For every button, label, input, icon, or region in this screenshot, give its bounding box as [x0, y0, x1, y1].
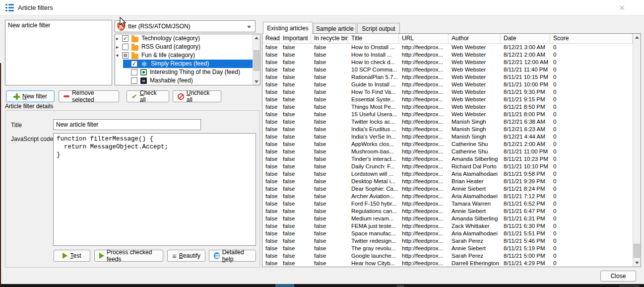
table-cell: 8/12/21 6:38 AM — [501, 118, 550, 126]
table-cell: false — [280, 178, 311, 185]
table-row[interactable]: falsefalsefalseFord F-150 hybr...http://… — [262, 200, 633, 208]
detailed-help-label: Detailed help — [222, 249, 251, 263]
detailed-help-button[interactable]: Detailed help — [209, 250, 256, 262]
table-row[interactable]: falsefalsefalseHow To Find Va...http://f… — [262, 88, 633, 96]
tree-item[interactable]: ▾Fun & life (category) — [115, 51, 253, 60]
table-cell: false — [311, 118, 348, 126]
table-scrollbar-thumb[interactable] — [634, 244, 640, 258]
beautify-button[interactable]: ≡ Beautify — [167, 250, 205, 262]
table-row[interactable]: falsefalsefalseHear how Cityb...http://f… — [262, 260, 633, 267]
table-row[interactable]: falsefalsefalse10 SCP Comma...http://fee… — [262, 66, 633, 73]
feeds-tree: ▸✓Technology (category)▸RSS Guard (categ… — [115, 34, 253, 85]
table-row[interactable]: falsefalsefalseTwitter redesign...http:/… — [262, 237, 633, 245]
table-row[interactable]: falsefalsefalseArcher Aviation...http://… — [262, 193, 633, 200]
column-header-score[interactable]: Score — [550, 34, 633, 43]
process-checked-feeds-button[interactable]: Process checked feeds — [94, 250, 163, 262]
table-scrollbar[interactable] — [633, 34, 641, 267]
table-row[interactable]: falsefalsefalseMushroom-bas...http://fee… — [262, 148, 633, 155]
table-row[interactable]: falsefalsefalseTinder's interact...http:… — [262, 155, 633, 163]
test-button[interactable]: Test — [54, 250, 90, 262]
tree-item[interactable]: ▸✓Technology (category) — [115, 34, 253, 43]
table-cell: false — [311, 96, 348, 103]
column-header-url[interactable]: URL — [399, 34, 449, 43]
column-header-in-recycle-bin[interactable]: In recycle bin — [311, 34, 348, 43]
remove-selected-button[interactable]: Remove selected — [59, 90, 119, 102]
table-row[interactable]: falsefalsefalseThe gray revolu...http://… — [262, 245, 633, 252]
table-cell: Twitter redesign... — [348, 237, 399, 245]
article-filters-list-icon — [5, 3, 14, 12]
tree-item[interactable]: мMashable (feed) — [115, 76, 253, 85]
expander-collapsed-icon[interactable]: ▸ — [116, 34, 122, 43]
js-code-editor[interactable]: function filterMessage() { return Messag… — [53, 133, 256, 246]
table-cell: false — [311, 111, 348, 118]
table-row[interactable]: falsefalsefalseLordstown will ...http://… — [262, 170, 633, 178]
table-row[interactable]: falsefalsefalseDear Sophie: Ca...http://… — [262, 185, 633, 193]
scroll-down-icon[interactable] — [633, 259, 641, 267]
tab-sample-article[interactable]: Sample article — [314, 23, 356, 34]
column-header-read[interactable]: Read — [262, 34, 280, 43]
table-cell: false — [311, 163, 348, 170]
tree-checkbox[interactable]: ✓ — [122, 35, 129, 42]
scroll-up-icon[interactable] — [253, 34, 260, 41]
table-row[interactable]: falsefalsefalseFEMA just teste...http://… — [262, 222, 633, 230]
table-row[interactable]: falsefalsefalseMedium revam...http://fee… — [262, 215, 633, 222]
table-cell: Essential Syste... — [348, 96, 399, 103]
table-row[interactable]: falsefalsefalseThings Most Pe...http://f… — [262, 103, 633, 111]
test-label: Test — [70, 252, 81, 259]
expander-expanded-icon[interactable]: ▾ — [116, 51, 122, 60]
tree-checkbox[interactable] — [122, 44, 129, 50]
tree-scrollbar-thumb[interactable] — [254, 50, 259, 71]
play-icon — [99, 253, 104, 259]
filters-list[interactable]: New article filter — [5, 20, 112, 85]
uncheck-all-button[interactable]: Uncheck all — [173, 90, 221, 102]
table-cell: Medium revam... — [348, 215, 399, 222]
table-row[interactable]: falsefalsefalseHow to check d...http://f… — [262, 59, 633, 66]
filter-list-item[interactable]: New article filter — [5, 20, 112, 31]
tree-checkbox[interactable] — [131, 69, 137, 75]
table-row[interactable]: falsefalsefalseDaily Crunch: F...http://… — [262, 163, 633, 170]
combobox-dropdown-arrow-icon[interactable] — [247, 26, 251, 28]
table-cell: 0 — [550, 230, 633, 237]
window-close-icon[interactable]: ✕ — [619, 3, 625, 12]
close-button[interactable]: Close — [600, 271, 636, 282]
table-row[interactable]: falsefalsefalseHow to Install ...http://… — [262, 51, 633, 59]
table-row[interactable]: falsefalsefalseSpace manufac...http://fe… — [262, 230, 633, 237]
table-row[interactable]: falsefalsefalseIndia's VerSe In...http:/… — [262, 133, 633, 141]
tree-checkbox[interactable] — [131, 77, 137, 84]
table-row[interactable]: falsefalsefalseGuide to Install ...http:… — [262, 81, 633, 88]
scroll-down-icon[interactable] — [253, 78, 260, 85]
column-header-title[interactable]: Title — [348, 34, 399, 43]
tree-item[interactable]: ▸RSS Guard (category) — [115, 43, 253, 51]
title-input[interactable]: New article filter — [53, 119, 201, 130]
table-row[interactable]: falsefalsefalseHow to Onstall ...http://… — [262, 44, 633, 51]
table-row[interactable]: falsefalsefalse15 Useful Usera...http://… — [262, 111, 633, 118]
column-header-date[interactable]: Date — [501, 34, 550, 43]
account-combobox[interactable]: tter (RSS/ATOM/JSON) — [115, 20, 256, 32]
table-cell: Google launche... — [348, 252, 399, 260]
table-row[interactable]: falsefalsefalseGoogle launche...http://f… — [262, 252, 633, 260]
table-cell: false — [311, 73, 348, 81]
table-row[interactable]: falsefalsefalseIndia's Eruditus ...http:… — [262, 126, 633, 133]
scroll-up-icon[interactable] — [633, 34, 641, 41]
tree-checkbox[interactable] — [122, 52, 129, 59]
check-all-button[interactable]: ✔ Check all — [127, 90, 169, 102]
tab-existing-articles[interactable]: Existing articles — [263, 22, 313, 34]
table-row[interactable]: falsefalsefalseRegulations can...http://… — [262, 208, 633, 215]
tree-item[interactable]: Interesting Thing of the Day (feed) — [115, 68, 253, 76]
table-row[interactable]: falsefalsefalseTwitter locks ac...http:/… — [262, 118, 633, 126]
new-filter-button[interactable]: New filter — [6, 90, 55, 102]
column-header-author[interactable]: Author — [449, 34, 501, 43]
column-header-important[interactable]: Important — [280, 34, 311, 43]
table-cell: Aria Alamalhodaei — [449, 170, 501, 178]
table-row[interactable]: falsefalsefalseAppWorks clos...http://fe… — [262, 141, 633, 148]
tab-script-output[interactable]: Script output — [357, 23, 400, 34]
tree-checkbox[interactable]: ✓ — [131, 61, 137, 67]
tree-item[interactable]: ✓✻Simply Recipes (feed) — [115, 60, 253, 68]
tab-label: Script output — [362, 25, 395, 32]
table-row[interactable]: falsefalsefalseDesktop Metal i...http://… — [262, 178, 633, 185]
table-cell: false — [280, 170, 311, 178]
table-row[interactable]: falsefalsefalseRationalPlan 5.7...http:/… — [262, 73, 633, 81]
expander-collapsed-icon[interactable]: ▸ — [116, 43, 122, 51]
tree-scrollbar[interactable] — [253, 34, 260, 85]
table-row[interactable]: falsefalsefalseEssential Syste...http://… — [262, 96, 633, 103]
